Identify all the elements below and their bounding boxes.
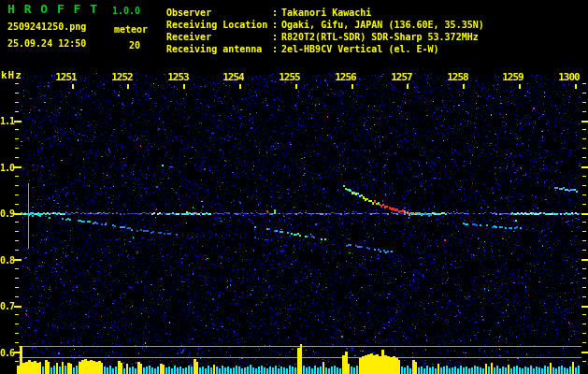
info-colon: :	[272, 43, 281, 55]
x-axis-tick-label: 1254	[220, 71, 247, 83]
hrofft-window: H R O F F T 1.0.0 2509241250.png meteor …	[0, 0, 588, 374]
y-axis-tick-label: 1.0	[0, 162, 14, 174]
info-label: Receiving antenna	[166, 43, 272, 55]
y-axis-tick-label: 0.7	[0, 300, 14, 312]
x-axis-tick-label: 1257	[388, 71, 415, 83]
x-axis-tick-label: 1259	[499, 71, 526, 83]
y-axis-tick-label: 0.8	[0, 254, 14, 266]
y-axis-tick-label: 0.9	[0, 208, 14, 220]
x-axis-tick-label: 1256	[332, 71, 359, 83]
y-axis-tick-label: 0.6	[0, 347, 14, 359]
info-label: Receiving Location	[166, 19, 272, 31]
info-label: Observer	[166, 7, 272, 19]
x-axis-tick-label: 1252	[108, 71, 136, 83]
info-colon: :	[272, 7, 281, 19]
echo-count: 20	[129, 39, 140, 51]
x-axis-tick-label: 1251	[52, 71, 79, 83]
info-value: Takanori Kawachi	[281, 7, 371, 18]
info-value: 2el-HB9CV Vertical (el. E-W)	[281, 44, 439, 54]
x-axis-tick-label: 1255	[276, 71, 303, 83]
info-colon: :	[272, 31, 281, 43]
info-row-location: Receiving Location:Ogaki, Gifu, JAPAN (1…	[166, 19, 484, 31]
info-row-observer: Observer:Takanori Kawachi	[166, 7, 484, 19]
spectrogram-canvas	[0, 0, 588, 374]
info-row-receiver: Receiver:R820T2(RTL-SDR) SDR-Sharp 53.37…	[166, 31, 484, 43]
info-value: R820T2(RTL-SDR) SDR-Sharp 53.372MHz	[281, 32, 479, 42]
output-filename: 2509241250.png	[7, 21, 86, 33]
info-label: Receiver	[166, 31, 272, 43]
observation-datetime: 25.09.24 12:50	[7, 37, 86, 50]
info-colon: :	[272, 19, 281, 31]
info-value: Ogaki, Gifu, JAPAN (136.60E, 35.35N)	[281, 20, 484, 30]
app-title: H R O F F T	[7, 3, 98, 15]
observation-mode: meteor	[114, 23, 148, 36]
y-axis-unit-label: kHz	[1, 69, 22, 81]
station-info: Observer:Takanori Kawachi Receiving Loca…	[166, 7, 484, 55]
info-row-antenna: Receiving antenna:2el-HB9CV Vertical (el…	[166, 43, 484, 55]
x-axis-tick-label: 1300	[555, 71, 582, 83]
y-axis-tick-label: 1.1	[0, 115, 14, 127]
x-axis-tick-label: 1258	[444, 71, 471, 83]
app-version: 1.0.0	[112, 5, 140, 17]
x-axis-tick-label: 1253	[165, 71, 192, 83]
